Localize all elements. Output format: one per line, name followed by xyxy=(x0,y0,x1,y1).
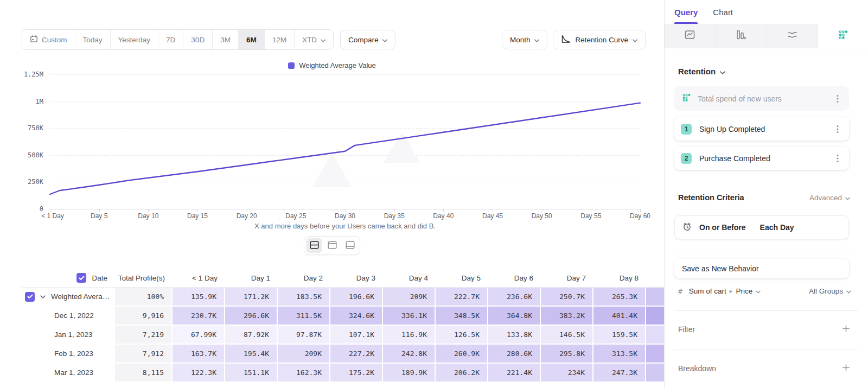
chevron-down-icon xyxy=(846,287,851,295)
value-cell: 183.5K xyxy=(278,288,330,307)
table-header-row: Date Total Profile(s) < 1 Day Day 1 Day … xyxy=(22,269,665,288)
granularity-dropdown[interactable]: Month xyxy=(502,30,548,49)
value-cell: 324.6K xyxy=(330,307,383,326)
legend-swatch xyxy=(288,62,295,69)
step-row-1[interactable]: 1 Sign Up Completed xyxy=(674,117,849,141)
split-view-button[interactable] xyxy=(306,238,322,253)
measure-property-dropdown[interactable]: Sum of cart ▸ Price xyxy=(689,287,761,295)
total-cell: 8,115 xyxy=(115,364,173,383)
value-cell: 189.9K xyxy=(383,364,436,383)
x-axis-tick: Day 40 xyxy=(433,212,454,220)
chevron-down-icon xyxy=(382,36,387,44)
column-header: Day 5 xyxy=(436,269,488,287)
date-range-30d[interactable]: 30D xyxy=(183,30,213,49)
chart-type-dropdown[interactable]: Retention Curve xyxy=(553,30,646,49)
value-cell: 401.4K xyxy=(593,307,646,326)
report-section-dropdown[interactable]: Retention xyxy=(678,67,725,76)
value-cell: 313.5K xyxy=(593,345,646,364)
save-as-new-behavior-button[interactable]: Save as New Behavior xyxy=(674,259,849,278)
kebab-menu-icon[interactable] xyxy=(833,123,843,136)
value-cell: 234K xyxy=(541,364,593,383)
value-cell: 260.9K xyxy=(436,345,488,364)
behavior-card[interactable]: Total spend of new users xyxy=(674,86,849,111)
y-axis-tick: 500K xyxy=(0,151,43,159)
x-axis-tick: Day 45 xyxy=(482,212,503,220)
step-row-2[interactable]: 2 Purchase Completed xyxy=(674,147,849,170)
legend-item-weighted-average[interactable]: Weighted Average Value xyxy=(288,61,376,69)
value-cell: 133.8K xyxy=(488,326,541,345)
divider xyxy=(674,349,858,350)
value-cell: 280.6K xyxy=(488,345,541,364)
x-axis-tick: Day 10 xyxy=(138,212,158,220)
select-all-checkbox[interactable] xyxy=(76,273,86,283)
column-header: Day 4 xyxy=(383,269,436,287)
add-filter-button[interactable] xyxy=(839,323,852,336)
criteria-title: Retention Criteria xyxy=(678,193,744,202)
kebab-menu-icon[interactable] xyxy=(833,152,843,165)
date-range-6m[interactable]: 6M xyxy=(239,30,265,49)
total-cell: 7,912 xyxy=(115,345,173,364)
report-type-retention[interactable] xyxy=(818,24,868,48)
criteria-condition-dropdown[interactable]: On or Before xyxy=(699,223,746,232)
value-cell: 195.4K xyxy=(225,345,278,364)
column-header: Day 8 xyxy=(593,269,646,287)
date-range-7d[interactable]: 7D xyxy=(158,30,183,49)
column-header: Day 7 xyxy=(541,269,593,287)
date-range-xtd[interactable]: XTD xyxy=(295,30,333,49)
value-cell: 126.5K xyxy=(436,326,488,345)
date-range-custom[interactable]: Custom xyxy=(22,30,75,49)
insights-icon xyxy=(685,30,695,42)
breakdown-section: Breakdown xyxy=(678,362,852,375)
date-range-yesterday[interactable]: Yesterday xyxy=(111,30,159,49)
value-cell: 209K xyxy=(278,345,330,364)
date-range-12m[interactable]: 12M xyxy=(265,30,295,49)
value-cell: 383.2K xyxy=(541,307,593,326)
step-event-name: Sign Up Completed xyxy=(699,125,825,133)
tab-chart[interactable]: Chart xyxy=(713,0,733,24)
report-type-insights[interactable] xyxy=(665,24,715,48)
date-range-3m[interactable]: 3M xyxy=(213,30,239,49)
expand-row-icon[interactable] xyxy=(40,295,46,298)
kebab-menu-icon[interactable] xyxy=(833,92,843,105)
gridline xyxy=(50,182,640,182)
value-cell: 250.7K xyxy=(541,288,593,307)
compare-button[interactable]: Compare xyxy=(340,30,396,49)
x-axis-caption: X and more days before your Users came b… xyxy=(50,222,640,230)
watermark-triangle xyxy=(384,132,420,163)
row-checkbox[interactable] xyxy=(25,292,35,302)
retention-line xyxy=(50,103,640,194)
date-range-today[interactable]: Today xyxy=(75,30,111,49)
value-cell: 151.1K xyxy=(225,364,278,383)
row-label: Mar 1, 2023 xyxy=(22,364,115,383)
value-cell: 122.3K xyxy=(173,364,225,383)
criteria-card: On or Before Each Day xyxy=(674,215,849,239)
plus-icon xyxy=(843,364,850,373)
value-cell: 242.8K xyxy=(383,345,436,364)
step-event-name: Purchase Completed xyxy=(699,154,825,163)
chevron-down-icon xyxy=(756,287,761,295)
criteria-mode-dropdown[interactable]: Advanced xyxy=(809,194,850,202)
chart-only-view-button[interactable] xyxy=(324,238,340,253)
groups-dropdown[interactable]: All Groups xyxy=(809,287,851,295)
criteria-window-dropdown[interactable]: Each Day xyxy=(760,223,794,232)
value-cell: 222.7K xyxy=(436,288,488,307)
table-row: Weighted Average ... 100% 135.9K 171.2K … xyxy=(22,288,665,307)
add-breakdown-button[interactable] xyxy=(839,362,852,375)
numeric-property-icon: # xyxy=(678,287,682,295)
report-type-flows[interactable] xyxy=(767,24,818,48)
y-axis-tick: 0 xyxy=(0,205,43,213)
tab-query[interactable]: Query xyxy=(674,0,698,24)
property-arrow-icon: ▸ xyxy=(730,288,733,295)
retention-table: Date Total Profile(s) < 1 Day Day 1 Day … xyxy=(22,269,665,383)
retention-curve-icon xyxy=(561,35,571,45)
query-builder-sidebar: Query Chart xyxy=(664,0,868,388)
clipped-value-cell xyxy=(646,326,665,345)
x-axis-tick: Day 30 xyxy=(335,212,355,220)
retention-dots-icon xyxy=(682,93,691,104)
report-type-switcher xyxy=(665,24,868,48)
report-type-funnels[interactable] xyxy=(715,24,766,48)
table-only-view-button[interactable] xyxy=(342,238,358,253)
row-label: Jan 1, 2023 xyxy=(22,326,115,345)
chevron-down-icon xyxy=(321,36,326,44)
x-axis-tick: Day 55 xyxy=(580,212,601,220)
